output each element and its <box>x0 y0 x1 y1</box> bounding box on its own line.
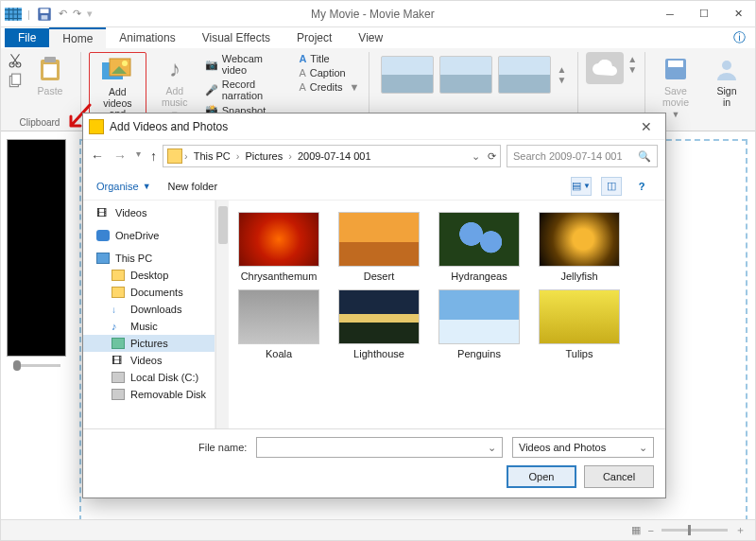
file-item[interactable]: Koala <box>232 289 325 359</box>
help-button[interactable]: ? <box>631 177 652 196</box>
copy-icon[interactable] <box>7 73 24 90</box>
dialog-close-button[interactable]: ✕ <box>633 119 660 134</box>
app-icon <box>5 6 22 23</box>
credits-button[interactable]: ACredits▼ <box>297 80 361 94</box>
minimize-button[interactable]: ─ <box>653 1 687 27</box>
themes-gallery[interactable]: ▲▼ <box>377 52 570 97</box>
video-preview <box>7 139 66 357</box>
organise-button[interactable]: Organise▼ <box>96 181 151 192</box>
svg-point-13 <box>122 61 128 66</box>
file-item[interactable]: Desert <box>333 212 425 282</box>
file-item[interactable]: Chrysanthemum <box>232 212 325 282</box>
desktop-icon <box>112 270 125 281</box>
tab-home[interactable]: Home <box>49 27 106 48</box>
breadcrumb-segment[interactable]: Pictures <box>241 150 286 162</box>
new-folder-button[interactable]: New folder <box>168 181 218 192</box>
svg-rect-7 <box>12 74 21 84</box>
file-item[interactable]: Penguins <box>433 289 525 359</box>
help-icon[interactable]: ⓘ <box>733 29 746 46</box>
view-toggle-icon[interactable]: ▦ <box>631 524 641 536</box>
save-movie-button[interactable]: Save movie ▼ <box>653 52 698 121</box>
caption-icon: A <box>299 67 305 79</box>
this-pc-icon <box>96 253 110 264</box>
address-bar[interactable]: › This PC › Pictures › 2009-07-14 001 ⌄ … <box>163 145 501 167</box>
file-item[interactable]: Jellyfish <box>533 212 626 282</box>
file-item[interactable]: Hydrangeas <box>433 212 525 282</box>
pictures-icon <box>112 338 125 349</box>
mic-icon: 🎤 <box>205 84 218 96</box>
file-name-input[interactable]: ⌄ <box>256 437 503 458</box>
zoom-slider[interactable] <box>662 529 728 532</box>
view-mode-button[interactable]: ▤▼ <box>571 177 592 196</box>
qat-redo-icon[interactable]: ↷ <box>73 8 81 20</box>
qat-undo-icon[interactable]: ↶ <box>59 8 67 20</box>
webcam-video-button[interactable]: 📷Webcam video <box>203 52 292 77</box>
add-music-button[interactable]: ♪ Add music ▼ <box>152 52 198 121</box>
file-name-label: File name: <box>198 442 247 453</box>
credits-icon: A <box>299 81 305 93</box>
cancel-button[interactable]: Cancel <box>584 465 654 488</box>
file-item[interactable]: Tulips <box>533 289 626 359</box>
file-type-filter[interactable]: Videos and Photos⌄ <box>512 437 654 458</box>
caption-button[interactable]: ACaption <box>297 66 361 79</box>
svg-rect-10 <box>43 64 57 78</box>
open-button[interactable]: Open <box>507 465 576 488</box>
file-item[interactable]: Lighthouse <box>333 289 425 359</box>
address-dropdown-icon[interactable]: ⌄ <box>472 150 480 163</box>
maximize-button[interactable]: ☐ <box>687 1 721 27</box>
qat-save-icon[interactable] <box>36 6 53 23</box>
folder-icon <box>167 148 182 164</box>
breadcrumb-segment[interactable]: This PC <box>190 150 234 162</box>
search-placeholder: Search 2009-07-14 001 <box>513 150 623 162</box>
nav-up-button[interactable]: ↑ <box>150 148 157 164</box>
close-button[interactable]: ✕ <box>721 1 755 27</box>
preview-pane-button[interactable]: ◫ <box>601 177 622 196</box>
add-videos-photos-dialog: Add Videos and Photos ✕ ← → ▾ ↑ › This P… <box>82 113 666 498</box>
tab-file[interactable]: File <box>5 28 49 47</box>
refresh-icon[interactable]: ⟳ <box>488 150 496 163</box>
onedrive-icon <box>96 230 110 241</box>
sign-in-button[interactable]: Sign in <box>704 52 749 110</box>
tab-project[interactable]: Project <box>284 28 345 47</box>
svg-rect-2 <box>40 9 48 13</box>
music-note-icon: ♪ <box>160 54 190 84</box>
removable-disk-icon <box>112 389 125 400</box>
status-bar: ▦ − ＋ <box>1 519 755 540</box>
file-grid: Chrysanthemum Desert Hydrangeas Jellyfis… <box>229 201 665 428</box>
downloads-icon <box>112 304 125 315</box>
thumbnail <box>338 212 420 267</box>
nav-pictures-selected[interactable]: Pictures <box>83 335 215 352</box>
title-button[interactable]: ATitle <box>297 52 361 65</box>
add-media-icon <box>102 55 132 85</box>
tab-view[interactable]: View <box>345 28 396 47</box>
nav-forward-button[interactable]: → <box>113 148 127 164</box>
cut-icon[interactable] <box>7 52 24 69</box>
webcam-icon: 📷 <box>205 59 218 71</box>
search-box[interactable]: Search 2009-07-14 001 🔍 <box>507 145 658 167</box>
svg-rect-9 <box>44 57 56 62</box>
thumbnail <box>438 289 520 344</box>
navigation-tree[interactable]: Videos OneDrive This PC Desktop Document… <box>83 201 215 428</box>
share-cloud-icon[interactable] <box>586 52 624 84</box>
zoom-in-button[interactable]: ＋ <box>735 523 746 537</box>
preview-seek-slider[interactable] <box>13 364 60 367</box>
svg-rect-3 <box>41 15 47 20</box>
tab-animations[interactable]: Animations <box>106 28 188 47</box>
paste-button[interactable]: Paste <box>27 52 73 99</box>
thumbnail <box>438 212 520 267</box>
thumbnail <box>238 289 319 344</box>
group-clipboard-label: Clipboard <box>20 117 60 128</box>
quick-access-toolbar: | ↶ ↷ ▾ <box>5 6 93 23</box>
tab-visual-effects[interactable]: Visual Effects <box>189 28 284 47</box>
nav-recent-dropdown[interactable]: ▾ <box>136 148 141 164</box>
record-narration-button[interactable]: 🎤Record narration <box>203 78 292 102</box>
user-icon <box>712 54 742 84</box>
nav-scrollbar[interactable] <box>215 201 229 428</box>
zoom-out-button[interactable]: − <box>648 525 654 536</box>
breadcrumb-segment[interactable]: 2009-07-14 001 <box>294 150 375 162</box>
paste-icon <box>35 54 65 84</box>
disk-icon <box>112 372 125 383</box>
nav-back-button[interactable]: ← <box>91 148 104 164</box>
thumbnail <box>539 289 620 344</box>
svg-point-16 <box>722 61 731 70</box>
